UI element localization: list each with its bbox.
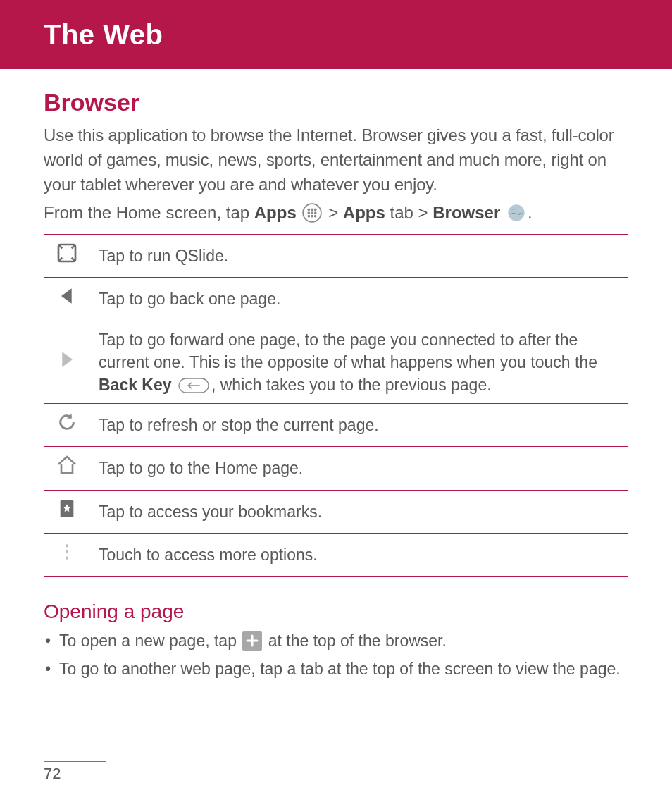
bookmark-icon — [56, 498, 78, 520]
svg-rect-14 — [66, 544, 68, 547]
bullet1-post: at the top of the browser. — [263, 632, 447, 650]
svg-point-5 — [311, 212, 314, 215]
more-options-icon — [56, 541, 78, 563]
table-row: Tap to run QSlide. — [44, 235, 628, 278]
page-footer: 72 — [44, 761, 106, 783]
svg-point-9 — [314, 212, 317, 215]
list-item: To go to another web page, tap a tab at … — [44, 657, 628, 682]
section-title: Browser — [44, 89, 628, 116]
nav-sep1: > — [328, 203, 343, 222]
navigation-path: From the Home screen, tap Apps > Apps ta… — [44, 201, 628, 226]
home-icon — [56, 454, 78, 476]
chapter-title: The Web — [44, 19, 163, 51]
back-key-icon — [178, 378, 209, 393]
svg-point-7 — [311, 215, 314, 218]
back-key-bold: Back Key — [99, 376, 172, 394]
intro-paragraph: Use this application to browse the Inter… — [44, 123, 628, 197]
svg-rect-16 — [66, 556, 68, 559]
forward-arrow-icon — [56, 348, 78, 371]
svg-point-6 — [311, 209, 314, 211]
row-desc: Tap to refresh or stop the current page. — [90, 404, 628, 447]
subsection-title: Opening a page — [44, 600, 628, 623]
table-row: Tap to access your bookmarks. — [44, 490, 628, 533]
browser-icons-table: Tap to run QSlide. Tap to go back one pa… — [44, 234, 628, 577]
svg-point-4 — [314, 215, 317, 218]
nav-prefix: From the Home screen, tap — [44, 203, 254, 222]
svg-point-8 — [308, 212, 311, 215]
nav-apps-bold: Apps — [254, 203, 297, 222]
qslide-icon — [56, 242, 78, 264]
table-row: Touch to access more options. — [44, 533, 628, 576]
row-desc: Tap to access your bookmarks. — [90, 490, 628, 533]
chapter-header: The Web — [0, 0, 672, 69]
apps-circle-icon — [302, 203, 322, 223]
nav-browser-bold: Browser — [433, 203, 500, 222]
svg-point-3 — [308, 215, 311, 218]
row-desc: Tap to run QSlide. — [90, 235, 628, 278]
table-row: Tap to go to the Home page. — [44, 447, 628, 490]
row-desc: Tap to go forward one page, to the page … — [90, 321, 628, 404]
table-row: Tap to go back one page. — [44, 278, 628, 321]
bullet1-pre: To open a new page, tap — [59, 632, 241, 650]
back-arrow-icon — [56, 285, 78, 307]
list-item: To open a new page, tap at the top of th… — [44, 629, 628, 653]
row-desc: Tap to go to the Home page. — [90, 447, 628, 490]
desc-post: , which takes you to the previous page. — [211, 376, 492, 394]
svg-point-2 — [314, 209, 317, 211]
table-row: Tap to refresh or stop the current page. — [44, 404, 628, 447]
row-desc: Touch to access more options. — [90, 533, 628, 576]
svg-point-10 — [508, 205, 524, 221]
footer-rule — [44, 761, 106, 762]
page-number: 72 — [44, 765, 106, 783]
refresh-icon — [56, 411, 78, 433]
svg-point-1 — [308, 209, 311, 211]
new-tab-plus-icon — [242, 631, 262, 651]
nav-tab-word: tab > — [385, 203, 433, 222]
row-desc: Tap to go back one page. — [90, 278, 628, 321]
page-content: Browser Use this application to browse t… — [0, 69, 672, 682]
nav-period: . — [528, 203, 533, 222]
nav-apps-tab-bold: Apps — [343, 203, 385, 222]
svg-rect-15 — [66, 550, 68, 553]
bullet-list: To open a new page, tap at the top of th… — [44, 629, 628, 682]
desc-pre: Tap to go forward one page, to the page … — [99, 331, 597, 371]
table-row: Tap to go forward one page, to the page … — [44, 321, 628, 404]
globe-icon — [506, 203, 526, 223]
